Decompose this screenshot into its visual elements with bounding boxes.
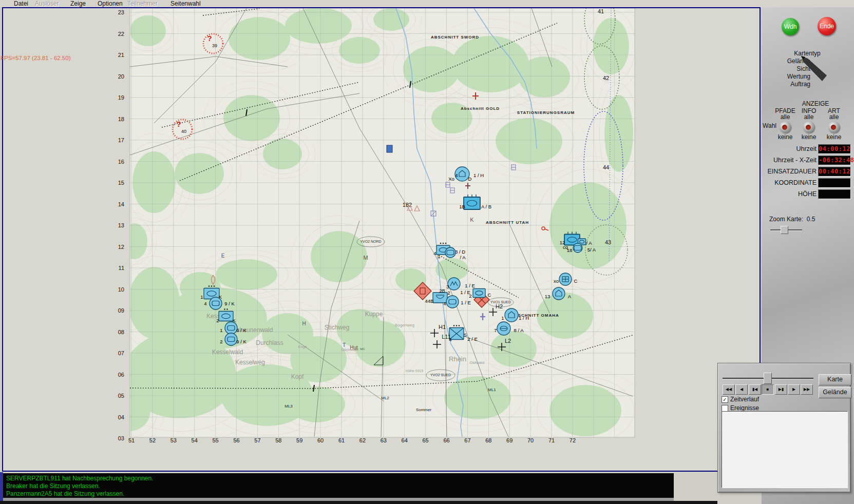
pfade-knob[interactable] xyxy=(780,122,791,133)
forest-area xyxy=(373,8,409,31)
svg-text:H2: H2 xyxy=(496,303,503,309)
unit-label: 1 / H xyxy=(519,315,529,321)
forest-area xyxy=(175,153,224,194)
menu-item-optionen[interactable]: Optionen xyxy=(98,0,123,7)
map-label: Abschnitt GOLD xyxy=(461,106,500,111)
grid-row-label: 21 xyxy=(118,52,124,58)
unit-label: 44B xyxy=(425,298,434,304)
kartentyp-option-sicht[interactable]: Sicht xyxy=(762,65,810,73)
grid-col-label: 54 xyxy=(192,437,198,443)
unit-label: A / B xyxy=(481,204,491,209)
kartentyp-options: GeländeSichtWertungAuftrag xyxy=(762,57,810,88)
ende-button[interactable]: Ende xyxy=(818,17,836,35)
grid-col-label: 59 xyxy=(296,437,302,443)
unit-label: 9 / K xyxy=(236,327,246,333)
menu-item-teilnehmer: Teilnehmer xyxy=(127,0,158,7)
grid-row-label: 03 xyxy=(118,435,124,441)
rewind-button[interactable]: ◀◀ xyxy=(723,384,735,395)
unit-label: 2B xyxy=(439,288,445,294)
map-label: Bogenweg xyxy=(395,323,414,327)
forest-area xyxy=(223,95,280,141)
grid-col-label: 62 xyxy=(359,437,366,443)
zoom-slider-thumb[interactable] xyxy=(781,226,788,234)
forest-area xyxy=(263,139,302,169)
zoom-slider[interactable] xyxy=(770,225,802,234)
unit-label: 2 xyxy=(469,293,471,299)
grid-row-label: 23 xyxy=(118,9,124,15)
svg-text:L11: L11 xyxy=(442,334,451,340)
map-label: Kuppe xyxy=(365,311,383,318)
unit-label: 18 xyxy=(567,247,573,253)
unit-label: 1 xyxy=(438,254,440,259)
unit-label: 2 xyxy=(216,318,219,323)
wdh-button[interactable]: Wdh xyxy=(782,18,799,35)
forest-area xyxy=(452,36,529,92)
tactical-map[interactable]: 41424443YVO2 NORDYVO1 SUEDYVO2 SUEDABSCH… xyxy=(3,8,757,469)
karte-button[interactable]: Karte xyxy=(819,374,851,385)
art-knob[interactable] xyxy=(828,122,840,133)
bottom-edge xyxy=(0,501,717,504)
console-message: Panzermann2A5 hat die Sitzung verlassen. xyxy=(3,490,674,498)
unit-label: xo xyxy=(554,278,559,284)
zeitverlauf-checkbox[interactable]: ✓ xyxy=(722,396,728,403)
unit-label: 1 / E xyxy=(461,300,471,305)
unit-label: 3 / D xyxy=(455,249,465,255)
friendly-unit[interactable] xyxy=(445,247,456,258)
map-label: K xyxy=(470,217,474,223)
grid-row-label: 10 xyxy=(118,286,124,293)
fast-forward-button[interactable]: ▶▶ xyxy=(801,384,813,395)
step-back-button[interactable]: ▮◀ xyxy=(749,384,761,395)
grid-col-label: 72 xyxy=(570,437,576,443)
anzeige-column-pfade: PFADEallekeine xyxy=(772,108,799,141)
friendly-unit[interactable] xyxy=(573,243,582,253)
kartentyp-option-gelände[interactable]: Gelände xyxy=(762,57,810,65)
grid-row-label: 06 xyxy=(118,372,124,378)
grid-col-label: 52 xyxy=(149,437,156,443)
console-message: SERVERPZBTL911 hat Nachbesprechung begon… xyxy=(3,475,674,482)
grid-col-label: 67 xyxy=(464,437,470,443)
menu-item-zeige[interactable]: Zeige xyxy=(70,0,86,7)
grid-row-label: 11 xyxy=(119,265,124,271)
event-list[interactable] xyxy=(722,411,848,488)
grid-row-label: 15 xyxy=(118,180,124,186)
anzeige-keine-label: keine xyxy=(772,134,799,141)
replay-panel: ◀◀◀▮◀■▶▮▶▶▶ KarteGelände ✓ZeitverlaufEre… xyxy=(717,363,851,493)
grid-col-label: 71 xyxy=(548,437,555,443)
grid-col-label: 64 xyxy=(402,437,408,443)
menu-item-seitenwahl[interactable]: Seitenwahl xyxy=(170,0,201,7)
map-label: ML3 xyxy=(284,404,293,409)
grid-row-label: 17 xyxy=(118,137,124,143)
zone-label-42: 42 xyxy=(603,75,609,81)
forest-area xyxy=(519,56,570,98)
time-label: KOORDINATE xyxy=(762,179,817,186)
grid-row-label: 05 xyxy=(118,393,124,399)
gelände-button[interactable]: Gelände xyxy=(819,387,851,398)
map-label: Durchlass xyxy=(256,339,283,346)
kartentyp-option-auftrag[interactable]: Auftrag xyxy=(762,81,810,88)
kartentyp-option-wertung[interactable]: Wertung xyxy=(762,73,810,81)
map-label: MC xyxy=(360,347,365,351)
grid-col-label: 60 xyxy=(317,437,324,443)
window-left-edge xyxy=(0,472,3,501)
step-forward-button[interactable]: ▶▮ xyxy=(775,384,787,395)
grid-row-label: 18 xyxy=(118,116,124,122)
anzeige-keine-label: keine xyxy=(795,134,822,141)
grid-col-label: 56 xyxy=(233,437,239,443)
info-knob[interactable] xyxy=(803,122,814,133)
kartentyp-title: Kartentyp xyxy=(762,50,853,57)
seek-back-button[interactable]: ◀ xyxy=(735,384,748,395)
grid-row-label: 19 xyxy=(118,94,124,101)
map-label: Rhein xyxy=(449,355,466,363)
replay-timeline-thumb[interactable] xyxy=(764,373,772,384)
uhrzeit-display: Uhrzeit04:00:12 xyxy=(762,144,853,153)
anzeige-title: ANZEIGE xyxy=(762,100,854,107)
play-button[interactable]: ▶ xyxy=(788,384,800,395)
unit-label: / A xyxy=(460,255,466,260)
stop-button[interactable]: ■ xyxy=(762,384,774,395)
anzeige-keine-label: keine xyxy=(821,134,847,141)
zone-label-43: 43 xyxy=(605,239,611,245)
grid-row-label: 16 xyxy=(118,159,124,165)
menu-item-datei[interactable]: Datei xyxy=(14,0,28,7)
grid-col-label: 58 xyxy=(275,437,281,443)
menu-bar: DateiAuslöserZeigeOptionenTeilnehmerSeit… xyxy=(0,0,854,7)
